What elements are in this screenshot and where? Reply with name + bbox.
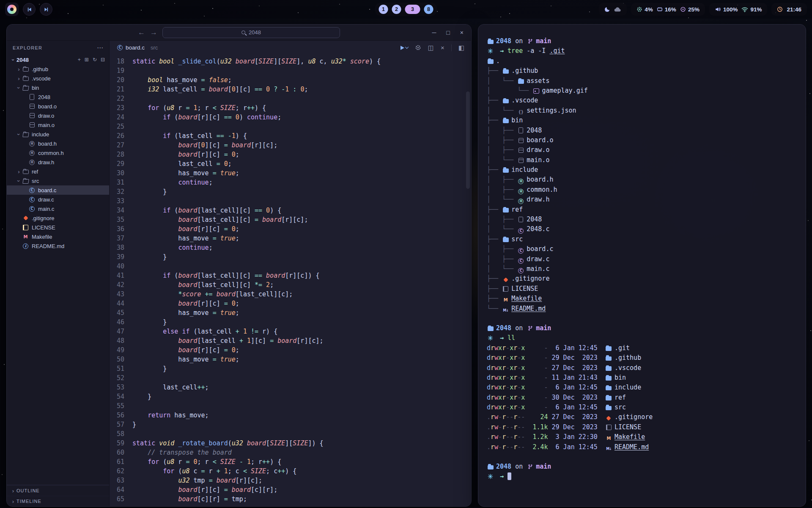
code-line[interactable]: 55 xyxy=(110,401,471,411)
clock-widget[interactable]: 21:46 xyxy=(771,3,807,16)
code-line[interactable]: 25 xyxy=(110,122,471,131)
explorer-item[interactable]: draw.h xyxy=(7,157,109,167)
code-line[interactable]: 35 board[last_cell][c] = board[r][c]; xyxy=(110,215,471,224)
outline-panel-header[interactable]: OUTLINE xyxy=(7,485,109,496)
editor-titlebar[interactable]: ← → 2048 ─ □ × xyxy=(7,25,471,41)
close-button[interactable]: × xyxy=(460,29,464,36)
code-line[interactable]: 22 xyxy=(110,94,471,103)
collapse-all-button[interactable]: ⊟ xyxy=(101,57,105,63)
explorer-item[interactable]: .github xyxy=(7,64,109,74)
explorer-item[interactable]: README.md xyxy=(7,241,109,251)
explorer-root-item[interactable]: 2048 + ⊞ ↻ ⊟ xyxy=(7,55,109,64)
explorer-item[interactable]: include xyxy=(7,130,109,139)
explorer-item[interactable]: draw.c xyxy=(7,195,109,204)
code-line[interactable]: 61 for (u8 r = 0; r < SIZE - 1; r++) { xyxy=(110,457,471,467)
code-line[interactable]: 50 has_move = true; xyxy=(110,355,471,364)
code-line[interactable]: 56 return has_move; xyxy=(110,411,471,420)
more-actions-icon[interactable]: ⋯ xyxy=(97,44,103,52)
breadcrumb-file[interactable]: board.c xyxy=(126,44,145,51)
minimize-button[interactable]: ─ xyxy=(432,29,436,36)
code-line[interactable]: 48 board[last_cell + 1][c] = board[r][c]… xyxy=(110,336,471,345)
audio-network-widget[interactable]: 100% 91% xyxy=(709,3,768,16)
launcher-button[interactable] xyxy=(5,3,19,16)
code-line[interactable]: 57} xyxy=(110,420,471,429)
explorer-item[interactable]: board.h xyxy=(7,139,109,148)
explorer-item[interactable]: Makefile xyxy=(7,232,109,241)
code-line[interactable]: 59static void _rotate_board(u32 board[SI… xyxy=(110,439,471,448)
code-line[interactable]: 65 board[c][r] = tmp; xyxy=(110,494,471,504)
explorer-item[interactable]: LICENSE xyxy=(7,223,109,232)
code-line[interactable]: 33 xyxy=(110,196,471,206)
code-line[interactable]: 23 for (u8 r = 1; r < SIZE; r++) { xyxy=(110,103,471,113)
code-editor[interactable]: 18static bool _slide_col(u32 board[SIZE]… xyxy=(110,55,471,506)
code-line[interactable]: 37 has_move = true; xyxy=(110,234,471,243)
code-line[interactable]: 28 board[r][c] = 0; xyxy=(110,150,471,159)
history-forward-button[interactable]: → xyxy=(150,29,157,36)
terminal-window[interactable]: 2048 on main → tree -a -I .git.├── .gith… xyxy=(478,24,806,507)
explorer-item[interactable]: board.o xyxy=(7,102,109,111)
code-line[interactable]: 40 xyxy=(110,262,471,271)
code-line[interactable]: 63 u32 tmp = board[r][c]; xyxy=(110,476,471,485)
code-line[interactable]: 30 has_move = true; xyxy=(110,168,471,178)
split-editor-button[interactable]: ◫ xyxy=(428,44,434,52)
command-center-search[interactable]: 2048 xyxy=(162,27,340,38)
editor-scrollbar-thumb[interactable] xyxy=(466,91,470,189)
code-line[interactable]: 64 board[r][c] = board[c][r]; xyxy=(110,485,471,494)
code-line[interactable]: 60 // transpose the board xyxy=(110,448,471,457)
workspace-button[interactable]: 3 xyxy=(405,5,420,14)
code-line[interactable]: 36 board[r][c] = 0; xyxy=(110,224,471,234)
code-line[interactable]: 27 board[0][c] = board[r][c]; xyxy=(110,141,471,150)
explorer-item[interactable]: .vscode xyxy=(7,74,109,83)
code-line[interactable]: 32 } xyxy=(110,187,471,196)
code-line[interactable]: 44 board[r][c] = 0; xyxy=(110,299,471,308)
workspace-button[interactable]: 1 xyxy=(379,5,388,14)
code-line[interactable]: 41 if (board[last_cell][c] == board[r][c… xyxy=(110,271,471,280)
explorer-item[interactable]: .gitignore xyxy=(7,213,109,223)
code-line[interactable]: 46 } xyxy=(110,318,471,327)
code-line[interactable]: 18static bool _slide_col(u32 board[SIZE]… xyxy=(110,57,471,66)
code-line[interactable]: 52 xyxy=(110,373,471,383)
code-line[interactable]: 53 last_cell++; xyxy=(110,383,471,392)
explorer-item[interactable]: 2048 xyxy=(7,92,109,102)
code-line[interactable]: 19 xyxy=(110,66,471,75)
code-line[interactable]: 21 i32 last_cell = board[0][c] == 0 ? -1… xyxy=(110,85,471,94)
explorer-item[interactable]: bin xyxy=(7,83,109,92)
code-line[interactable]: 47 else if (last_cell + 1 != r) { xyxy=(110,327,471,336)
explorer-item[interactable]: main.c xyxy=(7,204,109,213)
code-line[interactable]: 26 if (last_cell == -1) { xyxy=(110,131,471,141)
new-file-button[interactable]: + xyxy=(78,57,81,63)
run-button[interactable] xyxy=(401,46,408,50)
code-line[interactable]: 54 } xyxy=(110,392,471,401)
code-line[interactable]: 31 continue; xyxy=(110,178,471,187)
new-folder-button[interactable]: ⊞ xyxy=(85,57,89,63)
code-line[interactable]: 45 has_move = true; xyxy=(110,308,471,318)
workspace-button[interactable]: 2 xyxy=(392,5,401,14)
workspace-button[interactable]: 8 xyxy=(424,5,433,14)
code-line[interactable]: 34 if (board[last_cell][c] == 0) { xyxy=(110,206,471,215)
system-stats-widget[interactable]: 4% 16% 25% xyxy=(631,3,705,16)
timeline-panel-header[interactable]: TIMELINE xyxy=(7,496,109,506)
code-line[interactable]: 24 if (board[r][c] == 0) continue; xyxy=(110,113,471,122)
code-line[interactable]: 38 continue; xyxy=(110,243,471,252)
settings-gear-icon[interactable] xyxy=(415,44,421,51)
maximize-button[interactable]: □ xyxy=(446,29,450,36)
code-line[interactable]: 58 xyxy=(110,429,471,439)
close-editor-button[interactable]: × xyxy=(441,44,444,51)
explorer-item[interactable]: board.c xyxy=(7,185,109,195)
weather-widget[interactable] xyxy=(599,3,627,16)
explorer-item[interactable]: ref xyxy=(7,167,109,176)
explorer-item[interactable]: src xyxy=(7,176,109,185)
code-line[interactable]: 42 board[last_cell][c] *= 2; xyxy=(110,280,471,290)
code-line[interactable]: 29 last_cell = 0; xyxy=(110,159,471,168)
media-next-button[interactable] xyxy=(40,3,52,16)
media-prev-button[interactable] xyxy=(23,3,36,16)
breadcrumb-path[interactable]: src xyxy=(151,44,158,51)
history-back-button[interactable]: ← xyxy=(138,29,145,36)
code-line[interactable]: 62 for (u8 c = r + 1; c < SIZE; c++) { xyxy=(110,467,471,476)
explorer-item[interactable]: main.o xyxy=(7,120,109,130)
code-line[interactable]: 51 } xyxy=(110,364,471,373)
explorer-item[interactable]: draw.o xyxy=(7,111,109,120)
explorer-item[interactable]: common.h xyxy=(7,148,109,157)
layout-toggle-button[interactable]: ◧ xyxy=(458,44,464,52)
refresh-button[interactable]: ↻ xyxy=(93,57,97,63)
